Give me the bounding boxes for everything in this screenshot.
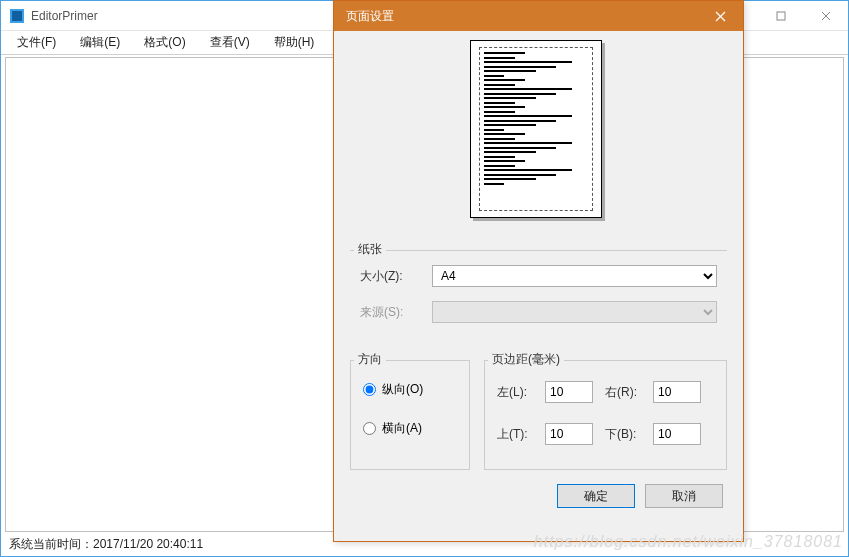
menu-edit[interactable]: 编辑(E)	[70, 32, 130, 53]
svg-rect-3	[777, 12, 785, 20]
status-time: 2017/11/20 20:40:11	[93, 537, 203, 551]
landscape-radio-input[interactable]	[363, 422, 376, 435]
svg-rect-1	[12, 11, 22, 21]
margin-left-label: 左(L):	[497, 384, 537, 401]
dialog-actions: 确定 取消	[334, 470, 743, 522]
dialog-close-button[interactable]	[698, 1, 743, 31]
margin-top-input[interactable]	[545, 423, 593, 445]
page-setup-dialog: 页面设置	[333, 0, 744, 542]
menu-format[interactable]: 格式(O)	[134, 32, 195, 53]
portrait-label: 纵向(O)	[382, 381, 423, 398]
portrait-radio[interactable]: 纵向(O)	[363, 381, 457, 398]
page-preview	[350, 43, 727, 221]
close-button[interactable]	[803, 1, 848, 30]
source-label: 来源(S):	[360, 304, 432, 321]
landscape-label: 横向(A)	[382, 420, 422, 437]
margin-top-label: 上(T):	[497, 426, 537, 443]
ok-button[interactable]: 确定	[557, 484, 635, 508]
portrait-radio-input[interactable]	[363, 383, 376, 396]
margins-group-title: 页边距(毫米)	[488, 351, 564, 368]
maximize-button[interactable]	[758, 1, 803, 30]
menu-view[interactable]: 查看(V)	[200, 32, 260, 53]
size-select[interactable]: A4	[432, 265, 717, 287]
landscape-radio[interactable]: 横向(A)	[363, 420, 457, 437]
dialog-body: 纸张 大小(Z): A4 来源(S): 方向	[334, 31, 743, 470]
cancel-button[interactable]: 取消	[645, 484, 723, 508]
size-label: 大小(Z):	[360, 268, 432, 285]
margin-bottom-input[interactable]	[653, 423, 701, 445]
margin-right-input[interactable]	[653, 381, 701, 403]
dialog-title: 页面设置	[346, 8, 394, 25]
source-select	[432, 301, 717, 323]
paper-group: 纸张 大小(Z): A4 来源(S):	[350, 233, 727, 333]
status-prefix: 系统当前时间：	[9, 536, 93, 553]
dialog-titlebar: 页面设置	[334, 1, 743, 31]
orientation-group-title: 方向	[354, 351, 386, 368]
margin-left-input[interactable]	[545, 381, 593, 403]
paper-group-title: 纸张	[354, 241, 386, 258]
margin-bottom-label: 下(B):	[605, 426, 645, 443]
orientation-group: 方向 纵向(O) 横向(A)	[350, 343, 470, 470]
app-title: EditorPrimer	[31, 9, 98, 23]
menu-file[interactable]: 文件(F)	[7, 32, 66, 53]
margin-right-label: 右(R):	[605, 384, 645, 401]
menu-help[interactable]: 帮助(H)	[264, 32, 325, 53]
app-icon	[9, 8, 25, 24]
margins-group: 页边距(毫米) 左(L): 右(R): 上(T): 下(B):	[484, 343, 727, 470]
